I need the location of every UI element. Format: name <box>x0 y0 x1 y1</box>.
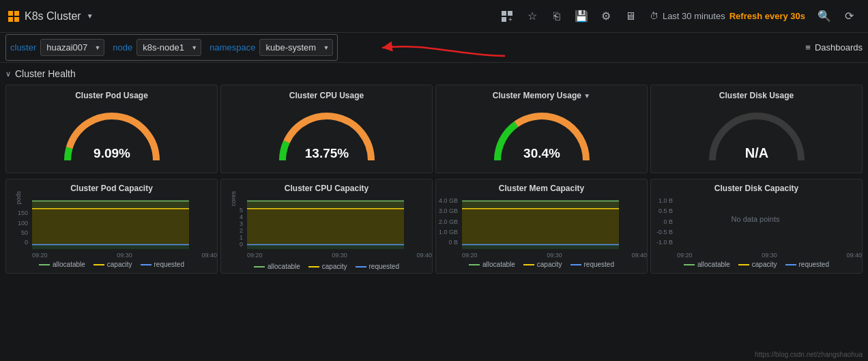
namespace-select-wrap[interactable]: kube-system <box>259 39 333 56</box>
legend-item: allocatable <box>684 261 730 268</box>
legend-item: requested <box>356 263 399 270</box>
x-axis-label: 09:20 <box>462 252 478 259</box>
watermark: https://blog.csdn.net/zhangshaohua <box>755 351 863 358</box>
chart-legend: allocatable capacity requested <box>436 259 647 271</box>
gauge-panel-title: Cluster Pod Usage <box>6 85 217 103</box>
node-select[interactable]: k8s-node1 <box>136 39 201 56</box>
chart-grid: Cluster Pod Capacity pods 150100500 <box>0 176 868 276</box>
x-axis-label: 09:30 <box>762 252 777 259</box>
y-axis: 4.0 GB3.0 GB2.0 GB1.0 GB0 B <box>436 194 461 259</box>
legend-color <box>523 264 534 265</box>
dashboards-button[interactable]: ≡ Dashboards <box>805 42 863 53</box>
node-select-wrap[interactable]: k8s-node1 <box>136 39 201 56</box>
share-button[interactable]: ⎗ <box>546 5 568 27</box>
time-label: Last 30 minutes <box>663 11 725 21</box>
legend-label: requested <box>799 261 829 268</box>
gauge-panel: Cluster Memory Usage ▼ 30.4% <box>435 85 648 173</box>
gauge-panel-title: Cluster Memory Usage ▼ <box>436 85 647 103</box>
legend-label: allocatable <box>697 261 730 268</box>
y-axis-label: 0 B <box>654 218 673 225</box>
y-axis-label: -0.5 B <box>654 229 673 235</box>
y-axis-label: 3 <box>224 220 243 227</box>
legend-label: capacity <box>752 261 777 268</box>
legend-color <box>39 264 50 265</box>
y-axis-label: 150 <box>9 210 28 216</box>
chart-svg: No data points <box>677 194 834 249</box>
chart-area: cores 543210 <box>221 194 432 261</box>
legend-color <box>356 266 366 268</box>
y-axis-label: 3.0 GB <box>439 207 458 214</box>
svg-text:N/A: N/A <box>744 145 768 160</box>
legend-color <box>738 264 749 265</box>
svg-text:+: + <box>508 16 512 22</box>
save-button[interactable]: 💾 <box>570 5 592 27</box>
filterbar: cluster huazai007 node k8s-node1 namespa… <box>0 33 868 63</box>
svg-marker-15 <box>32 245 189 249</box>
x-axis-label: 09:40 <box>846 252 862 259</box>
cluster-filter: cluster huazai007 <box>10 39 104 56</box>
svg-text:No data points: No data points <box>732 215 780 223</box>
topbar: K8s Cluster ▼ + ☆ ⎗ 💾 ⚙ 🖥 ⏱ Last 30 minu… <box>0 0 868 33</box>
chart-svg-wrapper: 09:2009:3009:40 <box>247 194 432 261</box>
gauge-title-caret-icon[interactable]: ▼ <box>583 92 590 100</box>
legend-item: allocatable <box>469 261 515 268</box>
gauge-container: N/A <box>651 103 862 173</box>
cluster-select-wrap[interactable]: huazai007 <box>40 39 104 56</box>
star-button[interactable]: ☆ <box>521 5 543 27</box>
grid-icon <box>8 11 19 22</box>
y-axis-label: -1.0 B <box>654 239 673 246</box>
chart-title: Cluster Pod Capacity <box>6 179 217 194</box>
legend-color <box>254 266 265 268</box>
chart-title: Cluster Mem Capacity <box>436 179 647 194</box>
y-axis-label: 0 <box>224 241 243 248</box>
x-axis-label: 09:40 <box>201 252 217 259</box>
y-axis-label: 1 <box>224 234 243 241</box>
y-axis-label: 50 <box>9 229 28 236</box>
namespace-select[interactable]: kube-system <box>259 39 333 56</box>
legend-item: allocatable <box>254 263 300 270</box>
section-chevron-icon: ∨ <box>5 70 11 78</box>
x-axis-label: 09:30 <box>332 252 347 259</box>
x-axis: 09:2009:3009:40 <box>247 251 432 259</box>
y-axis: 1.0 B0.5 B0 B-0.5 B-1.0 B <box>651 194 676 259</box>
chart-svg-wrapper: No data points 09:2009:3009:40 <box>677 194 862 259</box>
filter-panel: cluster huazai007 node k8s-node1 namespa… <box>5 34 338 61</box>
dashboards-icon: ≡ <box>805 42 811 53</box>
legend-color <box>684 264 695 265</box>
add-panel-button[interactable]: + <box>497 5 519 27</box>
chart-legend: allocatable capacity requested <box>651 259 862 271</box>
gauge-title: Cluster Pod Usage <box>75 91 148 100</box>
dashboards-label: Dashboards <box>815 42 863 53</box>
x-axis-label: 09:30 <box>117 252 132 259</box>
chart-svg <box>32 194 189 249</box>
svg-marker-25 <box>247 245 404 249</box>
cluster-select[interactable]: huazai007 <box>40 39 104 56</box>
gauge-container: 30.4% <box>436 103 647 173</box>
legend-label: capacity <box>537 261 562 268</box>
section-cluster-health[interactable]: ∨ Cluster Health <box>0 63 868 82</box>
y-axis-label: 100 <box>9 220 28 227</box>
monitor-button[interactable]: 🖥 <box>620 5 641 27</box>
gauge-panel: Cluster Pod Usage 9.09% <box>5 85 218 173</box>
app-title: K8s Cluster <box>25 10 81 23</box>
y-axis-label: 4.0 GB <box>439 197 458 204</box>
settings-button[interactable]: ⚙ <box>595 5 617 27</box>
y-axis-label: 2.0 GB <box>439 218 458 225</box>
legend-label: capacity <box>107 261 132 268</box>
legend-color <box>469 264 480 265</box>
svg-marker-34 <box>462 209 619 249</box>
legend-color <box>570 264 581 265</box>
legend-item: allocatable <box>39 261 85 268</box>
x-axis: 09:2009:3009:40 <box>677 251 862 259</box>
refresh-interval-label[interactable]: Refresh every 30s <box>729 11 805 21</box>
legend-color <box>141 264 151 265</box>
y-axis-unit-label: pods <box>15 191 22 210</box>
gauge-title: Cluster Memory Usage <box>493 91 581 100</box>
gauge-panel-title: Cluster Disk Usage <box>651 85 862 103</box>
gauge-container: 9.09% <box>6 103 217 173</box>
legend-item: capacity <box>738 261 777 268</box>
sync-button[interactable]: ⟳ <box>838 5 860 27</box>
gauge-title: Cluster CPU Usage <box>289 91 364 100</box>
search-button[interactable]: 🔍 <box>813 5 835 27</box>
legend-label: requested <box>154 261 184 268</box>
